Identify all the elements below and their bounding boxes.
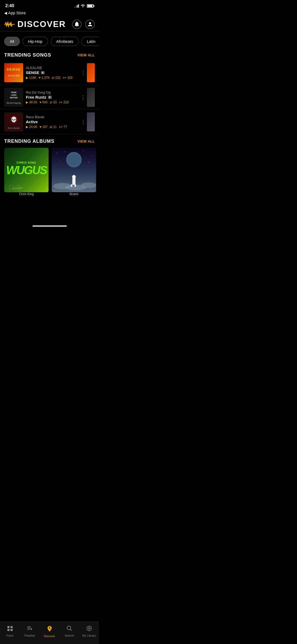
repost-count: ⇄ 33 <box>50 100 57 104</box>
back-bar[interactable]: ◀ App Store <box>0 10 99 17</box>
like-count: ♥ 545 <box>40 100 48 104</box>
song-row[interactable]: FiEND LIVES MATTER Rio Da Yung Og Rio Da… <box>0 85 99 110</box>
notifications-button[interactable] <box>72 20 82 29</box>
explicit-badge: E <box>41 71 45 74</box>
battery-icon <box>87 4 94 8</box>
song-thumbnail: FiEND LIVES MATTER Rio Da Yung Og <box>4 88 23 107</box>
trending-albums-header: TRENDING ALBUMS VIEW ALL <box>0 134 99 147</box>
next-song-thumbnail <box>87 88 95 107</box>
trending-albums-title: TRENDING ALBUMS <box>4 139 54 144</box>
status-bar: 2:40 <box>0 0 99 10</box>
svg-point-19 <box>57 153 57 153</box>
song-stats: ▶ 116K ♥ 1.37K ⇄ 232 ≡+ 326 <box>26 76 77 80</box>
svg-rect-1 <box>4 63 23 82</box>
trending-songs-title: TRENDING SONGS <box>4 52 51 58</box>
playlist-count: ≡+ 326 <box>63 76 73 80</box>
genre-pill-afrobeats[interactable]: Afrobeats <box>51 37 79 46</box>
song-stats: ▶ 24.0K ♥ 187 ⇄ 11 ≡+ 77 <box>26 125 77 129</box>
svg-rect-33 <box>72 178 76 185</box>
svg-text:ALKALINE: ALKALINE <box>8 74 20 77</box>
svg-text:FiEND: FiEND <box>11 91 17 93</box>
svg-text:MATTER: MATTER <box>10 97 18 99</box>
song-artist: Reco Bandz <box>26 115 77 119</box>
svg-rect-35 <box>71 184 72 187</box>
svg-text:SENSE: SENSE <box>7 67 21 71</box>
svg-text:LIVES: LIVES <box>11 94 17 96</box>
play-count: ▶ 24.0K <box>26 125 37 129</box>
trending-songs-header: TRENDING SONGS VIEW ALL <box>0 48 99 61</box>
album-card[interactable]: CHRIS KING WUGUS ADVISORY Chris King <box>4 148 49 196</box>
song-thumbnail: 💀 Reco Bandz <box>4 112 23 131</box>
svg-point-34 <box>72 175 76 179</box>
profile-button[interactable] <box>85 20 95 29</box>
next-song-thumbnail <box>87 112 95 131</box>
song-title: Active <box>26 119 77 124</box>
album-art <box>52 148 96 192</box>
svg-point-32 <box>81 182 96 188</box>
svg-text:Rio Da Yung Og: Rio Da Yung Og <box>7 102 21 104</box>
playlist-count: ≡+ 219 <box>59 100 69 104</box>
svg-point-24 <box>59 161 60 161</box>
song-info: Reco Bandz Active ▶ 24.0K ♥ 187 ⇄ 11 ≡+ … <box>23 115 79 129</box>
trending-albums-view-all[interactable]: VIEW ALL <box>77 139 95 143</box>
wifi-icon <box>81 4 85 8</box>
status-icons <box>74 4 94 8</box>
song-title: SENSE E <box>26 70 77 75</box>
album-name: lilnami <box>52 192 96 196</box>
song-more-button[interactable]: ⋮ <box>79 118 87 126</box>
repost-count: ⇄ 232 <box>52 76 60 80</box>
svg-text:💀: 💀 <box>11 116 17 123</box>
svg-point-25 <box>88 162 89 163</box>
genre-pill-all[interactable]: All <box>4 37 20 46</box>
svg-text:Reco Bandz: Reco Bandz <box>8 127 20 129</box>
explicit-badge: E <box>48 96 52 99</box>
like-count: ♥ 1.37K <box>39 76 50 80</box>
album-art: CHRIS KING WUGUS ADVISORY <box>4 148 49 192</box>
trending-songs-list: SENSE ALKALINE ALKALINE SENSE E ▶ 116K ♥… <box>0 61 99 134</box>
song-info: Rio Da Yung Og Free Runtz E ▶ 48.5K ♥ 54… <box>23 90 79 104</box>
song-title: Free Runtz E <box>26 95 77 99</box>
back-label: App Store <box>8 11 26 15</box>
album-name: Chris King <box>4 192 49 196</box>
header: DISCOVER <box>0 17 99 31</box>
svg-text:WUGUS: WUGUS <box>6 164 47 177</box>
play-count: ▶ 116K <box>26 76 36 80</box>
song-row[interactable]: SENSE ALKALINE ALKALINE SENSE E ▶ 116K ♥… <box>0 61 99 85</box>
album-card[interactable]: lilnami <box>52 148 96 196</box>
song-more-button[interactable]: ⋮ <box>79 69 87 76</box>
svg-rect-36 <box>74 184 76 187</box>
song-artist: Rio Da Yung Og <box>26 90 77 94</box>
song-info: ALKALINE SENSE E ▶ 116K ♥ 1.37K ⇄ 232 ≡+… <box>23 66 79 80</box>
status-time: 2:40 <box>5 3 14 8</box>
song-row[interactable]: 💀 Reco Bandz Reco Bandz Active ▶ 24.0K ♥… <box>0 110 99 134</box>
svg-point-23 <box>91 155 92 156</box>
svg-point-20 <box>65 151 65 152</box>
page-title: DISCOVER <box>17 19 66 29</box>
signal-icon <box>74 4 79 8</box>
header-left: DISCOVER <box>4 19 66 29</box>
song-stats: ▶ 48.5K ♥ 545 ⇄ 33 ≡+ 219 <box>26 100 77 104</box>
trending-albums-list: CHRIS KING WUGUS ADVISORY Chris King <box>0 147 99 200</box>
song-more-button[interactable]: ⋮ <box>79 94 87 101</box>
home-indicator <box>32 226 67 227</box>
like-count: ♥ 187 <box>40 125 48 129</box>
next-song-thumbnail <box>87 63 95 82</box>
svg-text:ADVISORY: ADVISORY <box>12 187 23 189</box>
header-actions <box>72 20 95 29</box>
genre-pill-hiphop[interactable]: Hip-Hop <box>22 37 48 46</box>
playlist-count: ≡+ 77 <box>59 125 67 129</box>
play-count: ▶ 48.5K <box>26 100 37 104</box>
song-thumbnail: SENSE ALKALINE <box>4 63 23 82</box>
song-artist: ALKALINE <box>26 66 77 70</box>
repost-count: ⇄ 11 <box>50 125 57 129</box>
header-divider <box>0 31 99 31</box>
genre-filter-pills: All Hip-Hop Afrobeats Latin Reggae <box>0 35 99 48</box>
waveform-logo-icon <box>4 21 15 28</box>
svg-point-22 <box>83 150 84 151</box>
trending-songs-view-all[interactable]: VIEW ALL <box>77 53 95 57</box>
genre-pill-latin[interactable]: Latin <box>81 37 99 46</box>
back-arrow-icon: ◀ <box>4 11 7 15</box>
